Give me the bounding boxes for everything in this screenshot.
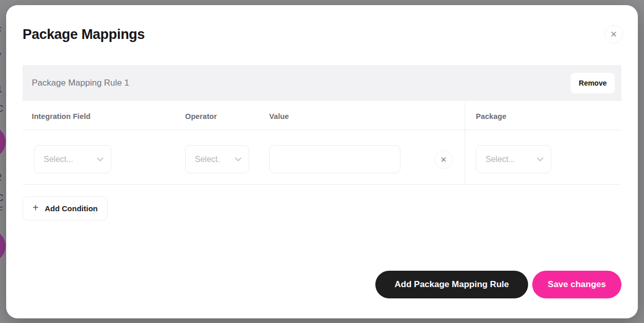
close-icon: ×: [611, 29, 617, 40]
page-fragment-text: 1: [0, 84, 3, 94]
page-fragment-text: F: [0, 205, 3, 215]
dialog-title: Package Mappings: [23, 27, 145, 43]
close-button[interactable]: ×: [605, 25, 623, 44]
package-mappings-dialog: Package Mappings × Package Mapping Rule …: [6, 5, 638, 318]
add-condition-button[interactable]: + Add Condition: [23, 196, 108, 220]
remove-condition-button[interactable]: ×: [434, 150, 453, 169]
page-fragment-text: C: [0, 104, 4, 113]
x-icon: ×: [440, 154, 447, 165]
chevron-down-icon: [537, 155, 544, 162]
rule-title: Package Mapping Rule 1: [32, 78, 129, 88]
page-fragment-text: 2: [0, 172, 2, 182]
integration-field-select-value: Select...: [44, 155, 73, 164]
operator-select[interactable]: Select.: [185, 145, 249, 173]
row-divider-line: [23, 184, 621, 185]
save-changes-button[interactable]: Save changes: [532, 271, 621, 298]
chevron-down-icon: [235, 155, 242, 162]
page-fragment-text: c: [0, 24, 2, 33]
page-backdrop: { "backdrop_fragments": { "letters": ["c…: [0, 0, 644, 323]
value-input[interactable]: [269, 145, 400, 173]
column-header-operator: Operator: [185, 112, 217, 120]
column-header-package: Package: [476, 112, 507, 120]
header-divider-line: [23, 130, 621, 130]
package-select-value: Select...: [486, 155, 515, 164]
package-select[interactable]: Select...: [476, 145, 551, 173]
add-package-mapping-rule-button[interactable]: Add Package Mapping Rule: [375, 271, 528, 298]
integration-field-select[interactable]: Select...: [34, 145, 111, 173]
page-fragment-text: C: [0, 193, 4, 203]
avatar-fragment: [0, 230, 6, 262]
page-fragment-text: W: [0, 51, 1, 61]
operator-select-value: Select.: [195, 155, 220, 164]
rule-header-band: Package Mapping Rule 1 Remove: [23, 65, 621, 101]
add-condition-label: Add Condition: [45, 204, 97, 213]
plus-icon: +: [33, 202, 39, 214]
column-header-value: Value: [269, 112, 289, 120]
remove-rule-button[interactable]: Remove: [571, 73, 615, 93]
package-column-divider: [465, 103, 465, 184]
column-header-integration-field: Integration Field: [32, 112, 90, 120]
avatar-fragment: [0, 126, 6, 158]
chevron-down-icon: [97, 155, 104, 162]
